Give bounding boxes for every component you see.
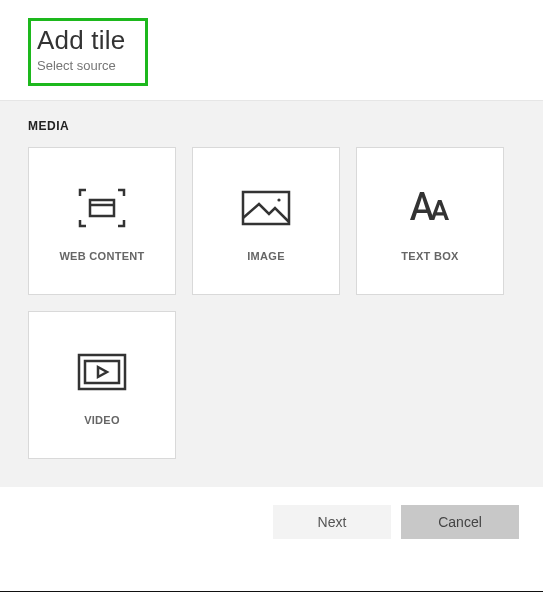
tile-text-box[interactable]: TEXT BOX xyxy=(356,147,504,295)
svg-rect-0 xyxy=(90,200,114,216)
bottom-divider xyxy=(0,591,543,592)
next-button[interactable]: Next xyxy=(273,505,391,539)
tile-web-content[interactable]: WEB CONTENT xyxy=(28,147,176,295)
image-icon xyxy=(239,180,293,236)
text-box-icon xyxy=(402,180,458,236)
svg-point-3 xyxy=(277,198,280,201)
header-highlight-box: Add tile Select source xyxy=(28,18,148,86)
tile-grid: WEB CONTENT IMAGE xyxy=(28,147,515,459)
section-label-media: MEDIA xyxy=(28,119,515,133)
tile-label: TEXT BOX xyxy=(401,250,458,262)
panel-title: Add tile xyxy=(37,25,131,56)
tile-video[interactable]: VIDEO xyxy=(28,311,176,459)
web-content-icon xyxy=(74,180,130,236)
svg-rect-5 xyxy=(85,361,119,383)
panel-header: Add tile Select source xyxy=(0,0,543,100)
tile-label: VIDEO xyxy=(84,414,120,426)
tile-label: IMAGE xyxy=(247,250,285,262)
cancel-button[interactable]: Cancel xyxy=(401,505,519,539)
tile-image[interactable]: IMAGE xyxy=(192,147,340,295)
video-icon xyxy=(75,344,129,400)
panel-subtitle: Select source xyxy=(37,58,131,73)
svg-marker-6 xyxy=(98,367,107,377)
content-area: MEDIA WEB CONTENT xyxy=(0,100,543,487)
footer-actions: Next Cancel xyxy=(0,487,543,557)
tile-label: WEB CONTENT xyxy=(59,250,144,262)
svg-rect-2 xyxy=(243,192,289,224)
